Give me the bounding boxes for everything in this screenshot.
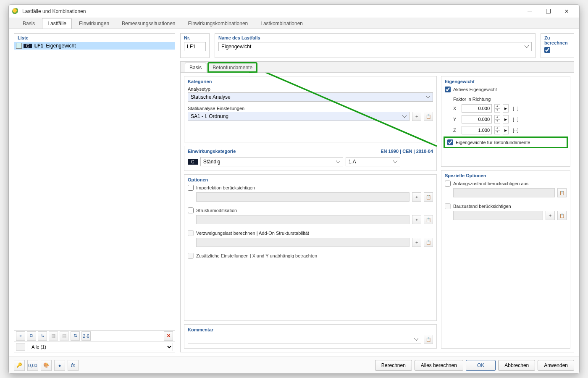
new-icon[interactable]: ✦	[412, 238, 421, 247]
main-tab-basis[interactable]: Basis	[17, 18, 40, 29]
imperfektion-checkbox[interactable]	[188, 185, 194, 191]
edit-icon[interactable]: 📋	[424, 238, 433, 247]
right-panel: Nr. Name des Lastfalls Eigengewicht Zu b…	[180, 33, 574, 352]
main-tab-einwirkungen[interactable]: Einwirkungen	[74, 18, 115, 29]
insert-button[interactable]: ↳	[38, 331, 47, 341]
berechnen-button[interactable]: Berechnen	[375, 360, 412, 371]
einwirkung-group: Einwirkungskategorie EN 1990 | CEN | 201…	[184, 146, 437, 171]
minimize-button[interactable]	[520, 5, 539, 17]
ok-button[interactable]: OK	[466, 360, 496, 371]
dot-icon[interactable]: ●	[54, 360, 65, 371]
add-button[interactable]: ＋	[16, 331, 25, 341]
sub-tab-basis[interactable]: Basis	[185, 63, 206, 72]
main-tab-lastkombinationen[interactable]: Lastkombinationen	[255, 18, 308, 29]
beton-checkbox[interactable]	[447, 139, 453, 145]
anwenden-button[interactable]: Anwenden	[538, 360, 574, 371]
anfang-checkbox[interactable]	[445, 181, 451, 186]
anfang-field	[453, 188, 555, 197]
main-tab-bemessungssituationen[interactable]: Bemessungssituationen	[116, 18, 181, 29]
filter-select[interactable]: Alle (1)	[27, 343, 173, 351]
faktor-label: Faktor in Richtung	[453, 97, 567, 102]
statik-combo[interactable]: SA1 - I. Ordnung	[188, 112, 410, 121]
aktiv-label: Aktives Eigengewicht	[453, 87, 497, 92]
edit-icon[interactable]: 📋	[557, 188, 567, 197]
abbrechen-button[interactable]: Abbrechen	[498, 360, 535, 371]
edit-icon[interactable]: 📋	[557, 211, 567, 220]
kommentar-combo[interactable]	[188, 335, 421, 344]
verzweigung-checkbox	[188, 230, 194, 236]
step-icon[interactable]: ▶	[503, 104, 509, 113]
bau-checkbox	[445, 203, 451, 209]
einwirkung-combo[interactable]: Ständig	[200, 157, 343, 166]
analysetyp-combo[interactable]: Statische Analyse	[188, 92, 433, 102]
verzweigung-label: Verzweigungslast berechnen | Add-On Stru…	[196, 231, 309, 236]
spinner[interactable]: ▲▼	[494, 104, 500, 113]
aktiv-checkbox[interactable]	[445, 87, 451, 92]
struktur-checkbox[interactable]	[188, 207, 194, 213]
spezielle-group: Spezielle Optionen Anfangszustand berück…	[441, 170, 570, 349]
beton-highlight: Eigengewichte für Betonfundamente	[445, 138, 567, 147]
new-icon[interactable]: ✦	[412, 112, 421, 121]
new-icon[interactable]: ✦	[412, 192, 421, 202]
beton-label: Eigengewichte für Betonfundamente	[456, 140, 530, 145]
step-icon[interactable]: ▶	[503, 115, 509, 123]
footer: 🔑 0,00 🎨 ● fx Berechnen Alles berechnen …	[9, 357, 579, 373]
calc-label: Zu berechnen	[544, 35, 570, 45]
spinner[interactable]: ▲▼	[494, 115, 500, 123]
anfang-label: Anfangszustand berücksichtigen aus	[453, 181, 528, 186]
step-icon[interactable]: ▶	[503, 126, 509, 134]
renumber-button[interactable]: 2·6	[81, 331, 91, 341]
factor-input-z[interactable]	[462, 126, 492, 134]
unit-label: [--]	[513, 128, 518, 133]
edit-icon[interactable]: 📋	[424, 112, 433, 121]
kommentar-edit-icon[interactable]: 📋	[424, 335, 433, 344]
edit-icon[interactable]: 📋	[424, 192, 433, 202]
filter-bar: Alle (1)	[14, 341, 175, 352]
eigengewicht-title: Eigengewicht	[445, 79, 567, 84]
nr-field: Nr.	[180, 33, 210, 58]
factor-row-y: Y▲▼▶[--]	[453, 115, 567, 123]
kategorien-title: Kategorien	[188, 79, 433, 84]
einwirkung-code: EN 1990 | CEN | 2010-04	[381, 149, 433, 156]
main-tab-einwirkungskombinationen[interactable]: Einwirkungskombinationen	[183, 18, 254, 29]
main-tab-lastfälle[interactable]: Lastfälle	[42, 18, 72, 29]
alles-berechnen-button[interactable]: Alles berechnen	[415, 360, 463, 371]
calc-checkbox[interactable]	[544, 47, 550, 53]
verzweigung-field	[196, 238, 410, 247]
delete-button[interactable]: ✕	[164, 331, 173, 341]
nr-input[interactable]	[184, 42, 206, 51]
maximize-button[interactable]	[539, 5, 557, 17]
spinner[interactable]: ▲▼	[494, 126, 500, 134]
list-item-checkbox[interactable]	[16, 43, 22, 49]
help-icon[interactable]: 🔑	[14, 360, 25, 371]
name-field: Name des Lastfalls Eigengewicht	[215, 33, 536, 58]
einwirkung-sub-combo[interactable]: 1.A	[346, 157, 400, 166]
name-combo[interactable]: Eigengewicht	[218, 42, 532, 51]
eigengewicht-group: Eigengewicht Aktives Eigengewicht Faktor…	[441, 76, 570, 167]
bau-label: Bauzustand berücksichtigen	[453, 204, 511, 209]
edit-icon[interactable]: 📋	[424, 215, 433, 224]
einwirkung-tag: G	[188, 159, 198, 165]
list-item[interactable]: G LF1 Eigengewicht	[14, 42, 175, 50]
sub-tab-betonfundamente[interactable]: Betonfundamente	[208, 63, 257, 72]
kommentar-group: Kommentar 📋	[184, 324, 437, 349]
dialog-window: Lastfälle und Kombinationen BasisLastfäl…	[8, 4, 580, 374]
zusatz-checkbox	[188, 253, 194, 259]
sort-button[interactable]: ⇅	[71, 331, 80, 341]
struktur-label: Strukturmodifikation	[196, 208, 237, 213]
name-label: Name des Lastfalls	[218, 35, 532, 40]
spezielle-title: Spezielle Optionen	[445, 173, 567, 178]
factor-input-y[interactable]	[462, 115, 492, 123]
einwirkung-title: Einwirkungskategorie	[188, 149, 236, 154]
list-toolbar: ＋ ⧉ ↳ ▥ ▤ ⇅ 2·6 ✕	[14, 330, 175, 341]
factor-input-x[interactable]	[462, 104, 492, 113]
units-icon[interactable]: 0,00	[27, 360, 38, 371]
new-icon[interactable]: ✦	[412, 215, 421, 224]
fx-icon[interactable]: fx	[68, 360, 79, 371]
optionen-title: Optionen	[188, 177, 433, 182]
imperfektion-field	[196, 192, 410, 202]
copy-button[interactable]: ⧉	[27, 331, 36, 341]
new-icon[interactable]: ✦	[546, 211, 555, 220]
color-icon[interactable]: 🎨	[41, 360, 52, 371]
close-button[interactable]	[557, 5, 576, 17]
